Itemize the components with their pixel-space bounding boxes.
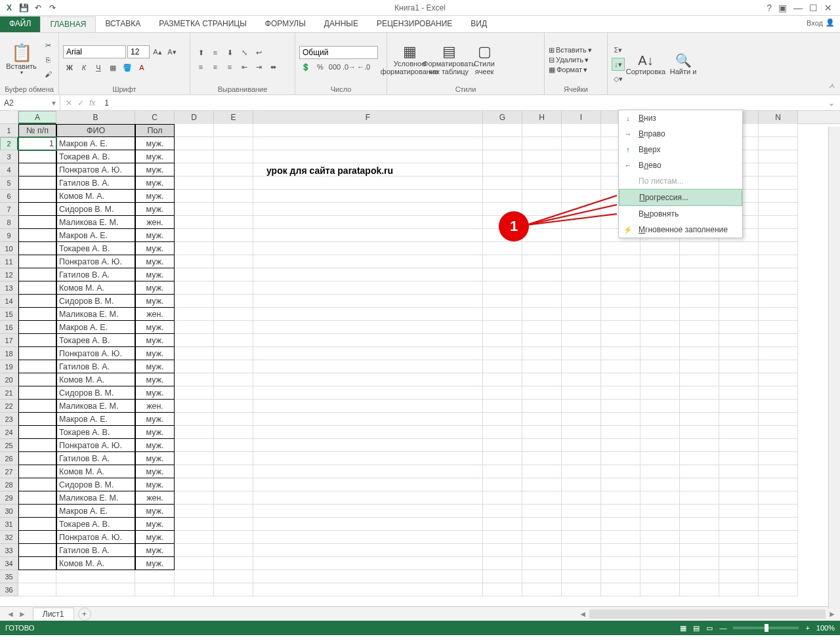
- row-header[interactable]: 18: [0, 347, 18, 360]
- row-header[interactable]: 24: [0, 426, 18, 439]
- cell[interactable]: [483, 360, 522, 373]
- insert-cells-button[interactable]: ⊞ Вставить ▾: [549, 46, 603, 54]
- cell[interactable]: муж.: [135, 163, 175, 176]
- cell[interactable]: [601, 491, 640, 505]
- cell[interactable]: [175, 583, 214, 596]
- fill-menu-item[interactable]: ↓Вниз: [619, 110, 742, 126]
- cell[interactable]: [562, 465, 601, 478]
- cell[interactable]: [640, 373, 680, 386]
- comma-icon[interactable]: 000: [328, 60, 341, 73]
- row-header[interactable]: 6: [0, 190, 18, 203]
- row-header[interactable]: 7: [0, 203, 18, 216]
- cell[interactable]: [759, 465, 798, 478]
- cell[interactable]: [214, 229, 253, 242]
- cell[interactable]: Комов М. А.: [56, 465, 135, 478]
- cell[interactable]: [719, 255, 759, 268]
- cell[interactable]: [759, 268, 798, 281]
- cell[interactable]: [175, 308, 214, 321]
- cell[interactable]: [719, 518, 759, 531]
- cell[interactable]: [680, 242, 719, 255]
- cell[interactable]: Маликова Е. М.: [56, 400, 135, 413]
- cell[interactable]: [253, 518, 483, 531]
- cell[interactable]: [483, 570, 522, 583]
- cell[interactable]: [483, 491, 522, 505]
- cell[interactable]: [759, 452, 798, 465]
- cell[interactable]: [601, 570, 640, 583]
- tab-вставка[interactable]: ВСТАВКА: [96, 16, 150, 32]
- cell[interactable]: [680, 295, 719, 308]
- cell[interactable]: [253, 281, 483, 295]
- cell[interactable]: [175, 321, 214, 334]
- fill-menu-item[interactable]: Выровнять: [619, 206, 742, 222]
- cell[interactable]: [175, 413, 214, 426]
- cell[interactable]: [562, 190, 601, 203]
- cell[interactable]: [562, 518, 601, 531]
- fill-menu-item[interactable]: ↑Вверх: [619, 142, 742, 157]
- row-header[interactable]: 11: [0, 255, 18, 268]
- cell[interactable]: [175, 190, 214, 203]
- cell[interactable]: [253, 242, 483, 255]
- row-header[interactable]: 13: [0, 281, 18, 295]
- cell[interactable]: Пол: [135, 124, 175, 137]
- cell[interactable]: муж.: [135, 478, 175, 491]
- cell[interactable]: [680, 518, 719, 531]
- cell[interactable]: [562, 386, 601, 400]
- cell[interactable]: муж.: [135, 505, 175, 518]
- cell[interactable]: муж.: [135, 190, 175, 203]
- cell[interactable]: [680, 557, 719, 570]
- cell[interactable]: [175, 255, 214, 268]
- cell[interactable]: [214, 190, 253, 203]
- cell[interactable]: [483, 386, 522, 400]
- decrease-font-icon[interactable]: A▾: [165, 45, 178, 58]
- cell[interactable]: [175, 386, 214, 400]
- cell[interactable]: [562, 124, 601, 137]
- cell[interactable]: муж.: [135, 360, 175, 373]
- close-icon[interactable]: ✕: [824, 3, 832, 13]
- cell[interactable]: Гатилов В. А.: [56, 452, 135, 465]
- cell[interactable]: [680, 413, 719, 426]
- cell[interactable]: [214, 242, 253, 255]
- cell[interactable]: [253, 426, 483, 439]
- cell[interactable]: [562, 373, 601, 386]
- cell[interactable]: [522, 150, 562, 163]
- cell[interactable]: [214, 426, 253, 439]
- tab-файл[interactable]: ФАЙЛ: [0, 16, 40, 32]
- cell[interactable]: [253, 347, 483, 360]
- font-color-icon[interactable]: A: [135, 61, 148, 74]
- cut-icon[interactable]: ✂: [41, 39, 54, 52]
- row-header[interactable]: 21: [0, 386, 18, 400]
- cell[interactable]: жен.: [135, 216, 175, 229]
- cell[interactable]: [483, 413, 522, 426]
- cell[interactable]: Гатилов В. А.: [56, 268, 135, 281]
- cell[interactable]: [483, 321, 522, 334]
- column-header[interactable]: F: [253, 111, 483, 124]
- cell[interactable]: [483, 295, 522, 308]
- cell[interactable]: муж.: [135, 531, 175, 544]
- cell[interactable]: [680, 439, 719, 452]
- cell[interactable]: [680, 347, 719, 360]
- cell[interactable]: [719, 413, 759, 426]
- cell[interactable]: [680, 505, 719, 518]
- cell[interactable]: [175, 518, 214, 531]
- cell[interactable]: [175, 465, 214, 478]
- cell[interactable]: [680, 360, 719, 373]
- cell[interactable]: [522, 295, 562, 308]
- cell[interactable]: [601, 255, 640, 268]
- cell[interactable]: [483, 255, 522, 268]
- cell[interactable]: [175, 242, 214, 255]
- cell[interactable]: [18, 505, 56, 518]
- cell[interactable]: Токарев А. В.: [56, 426, 135, 439]
- cell[interactable]: [214, 544, 253, 557]
- cell[interactable]: [253, 334, 483, 347]
- cell[interactable]: [680, 281, 719, 295]
- cell[interactable]: [719, 281, 759, 295]
- view-layout-icon[interactable]: ▤: [693, 624, 700, 633]
- cell[interactable]: [214, 163, 253, 176]
- cell[interactable]: [680, 321, 719, 334]
- cell[interactable]: [601, 373, 640, 386]
- cell[interactable]: [214, 308, 253, 321]
- cell[interactable]: [253, 360, 483, 373]
- cell[interactable]: [483, 518, 522, 531]
- cell[interactable]: [680, 478, 719, 491]
- cell[interactable]: [18, 583, 56, 596]
